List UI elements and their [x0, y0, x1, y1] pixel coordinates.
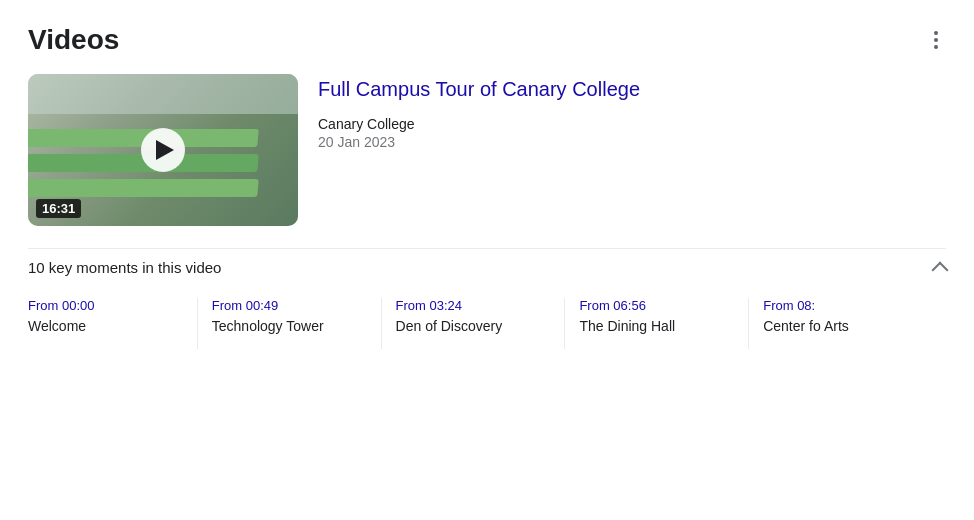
video-date: 20 Jan 2023 — [318, 134, 640, 150]
moment-timestamp-0: From 00:00 — [28, 298, 183, 313]
three-dots-icon — [934, 31, 938, 49]
moment-label-0: Welcome — [28, 317, 183, 337]
moment-label-4: Center fo Arts — [763, 317, 918, 337]
moment-timestamp-1: From 00:49 — [212, 298, 367, 313]
moment-item-2[interactable]: From 03:24 Den of Discovery — [396, 298, 566, 349]
moment-label-3: The Dining Hall — [579, 317, 734, 337]
duration-badge: 16:31 — [36, 199, 81, 218]
chevron-up-icon — [932, 261, 949, 278]
moment-timestamp-4: From 08: — [763, 298, 918, 313]
header: Videos — [28, 24, 946, 56]
moment-item-4[interactable]: From 08: Center fo Arts — [763, 298, 932, 349]
moments-grid: From 00:00 Welcome From 00:49 Technology… — [28, 298, 946, 349]
video-thumbnail[interactable]: 16:31 — [28, 74, 298, 226]
video-title-link[interactable]: Full Campus Tour of Canary College — [318, 76, 640, 102]
moment-item-1[interactable]: From 00:49 Technology Tower — [212, 298, 382, 349]
video-card: 16:31 Full Campus Tour of Canary College… — [28, 74, 946, 226]
video-info: Full Campus Tour of Canary College Canar… — [318, 74, 640, 226]
moment-timestamp-3: From 06:56 — [579, 298, 734, 313]
play-icon — [156, 140, 174, 160]
moment-label-2: Den of Discovery — [396, 317, 551, 337]
video-source: Canary College — [318, 116, 640, 132]
play-button[interactable] — [141, 128, 185, 172]
page-container: Videos 16:31 — [0, 0, 974, 369]
moment-label-1: Technology Tower — [212, 317, 367, 337]
moment-item-0[interactable]: From 00:00 Welcome — [28, 298, 198, 349]
key-moments-label: 10 key moments in this video — [28, 259, 221, 276]
page-title: Videos — [28, 24, 119, 56]
moment-item-3[interactable]: From 06:56 The Dining Hall — [579, 298, 749, 349]
more-options-button[interactable] — [926, 27, 946, 53]
key-moments-bar[interactable]: 10 key moments in this video — [28, 248, 946, 292]
moment-timestamp-2: From 03:24 — [396, 298, 551, 313]
